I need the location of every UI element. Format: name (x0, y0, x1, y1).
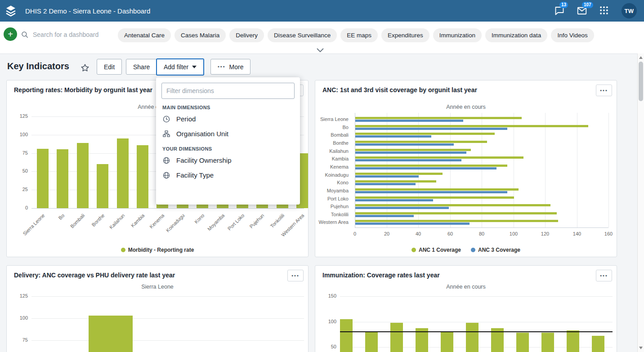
dashboard-chip[interactable]: Expenditures (381, 28, 429, 42)
dhis2-logo[interactable] (0, 0, 22, 22)
org-unit-tree-icon (162, 130, 170, 138)
bar (57, 149, 68, 208)
category-label: Kono (315, 180, 349, 185)
header-bar: DHIS 2 Demo - Sierra Leone - Dashboard 1… (0, 0, 644, 22)
dimension-item-facility-ownership[interactable]: Facility Ownership (156, 153, 300, 168)
scrollbar-down-arrow-icon[interactable] (639, 347, 643, 349)
y-axis-label: 75 (7, 150, 28, 156)
new-dashboard-button[interactable]: + (4, 27, 17, 41)
dimension-item-facility-type[interactable]: Facility Type (156, 168, 300, 183)
x-axis-label: Port Loko (210, 213, 245, 248)
scrollbar-up-arrow-icon[interactable] (639, 56, 643, 59)
y-axis-label: 25 (7, 187, 28, 192)
bar (355, 165, 507, 167)
y-axis-label: 125 (7, 293, 28, 299)
category-label: Tonkolili (315, 212, 349, 217)
dimension-globe-icon (162, 171, 170, 179)
messages-icon[interactable]: 13 (554, 5, 565, 16)
y-axis-label: 75 (7, 337, 28, 343)
target-line (340, 331, 613, 332)
category-label: Bombali (315, 132, 349, 138)
card-immunization: Immunization: Coverage rates last year •… (315, 265, 617, 352)
add-filter-button[interactable]: Add filter (156, 58, 204, 76)
add-filter-dropdown: MAIN DIMENSIONS Period Organisation Unit… (156, 77, 300, 205)
category-label: Moyamba (315, 188, 349, 193)
gridline (355, 113, 355, 227)
mail-icon[interactable]: 107 (577, 5, 587, 16)
y-axis-label: 100 (315, 319, 336, 324)
y-axis-label: 150 (315, 293, 336, 299)
legend-item[interactable]: Morbidity - Reporting rate (121, 247, 194, 253)
gridline (31, 296, 304, 297)
dimension-item-organisation-unit[interactable]: Organisation Unit (156, 126, 300, 141)
dimension-item-period[interactable]: Period (156, 111, 300, 126)
bar (355, 191, 507, 193)
category-label: Kailahun (315, 148, 349, 154)
bar (567, 330, 579, 352)
x-axis-label: Western Area (269, 213, 305, 248)
card-anc-coverage: ANC: 1st and 3rd visit coverage by orgun… (315, 80, 617, 257)
chart-area: 75100125 (7, 266, 308, 352)
card-more-button[interactable]: ••• (596, 270, 612, 281)
star-dashboard-button[interactable] (80, 63, 90, 74)
bar (390, 323, 403, 352)
scrollbar-thumb[interactable] (639, 62, 643, 101)
user-avatar[interactable]: TW (622, 3, 637, 18)
dashboard-chip[interactable]: Delivery (229, 28, 264, 42)
gridline (450, 113, 451, 227)
add-filter-button-label: Add filter (164, 63, 188, 71)
category-label: Western Area (315, 219, 349, 225)
bar (355, 207, 449, 209)
bar (97, 164, 108, 208)
x-axis-label: Bo (30, 213, 65, 248)
dashboard-search-input[interactable] (32, 31, 112, 39)
edit-button[interactable]: Edit (97, 59, 122, 75)
layers-logo-icon (4, 4, 18, 18)
dashboard-chip[interactable]: Cases Malaria (174, 28, 226, 42)
dashboard-chip[interactable]: Info Videos (551, 28, 594, 42)
x-axis-label: 140 (570, 231, 584, 236)
bar (355, 196, 514, 199)
dimension-item-label: Facility Type (176, 171, 214, 179)
dashboard-chip[interactable]: Immunization (433, 28, 482, 42)
card-more-button[interactable]: ••• (596, 85, 612, 96)
ellipsis-icon: ••• (600, 273, 608, 278)
dashboard-chip[interactable]: Disease Surveillance (268, 28, 337, 42)
dashboard-chip[interactable]: Antenatal Care (118, 28, 171, 42)
edit-button-label: Edit (104, 63, 115, 71)
bar (117, 138, 129, 208)
expand-dashboards-chevron-icon[interactable] (316, 46, 325, 54)
category-label: Koinadugu (315, 172, 349, 178)
bar (37, 149, 49, 208)
bar (355, 159, 461, 161)
legend-label: ANC 1 Coverage (419, 247, 461, 253)
dimension-item-label: Facility Ownership (176, 156, 232, 164)
vertical-scrollbar[interactable] (637, 53, 644, 352)
y-axis-label: 100 (7, 132, 28, 137)
apps-grid-icon[interactable] (599, 5, 610, 16)
gridline (577, 113, 577, 227)
x-axis-label: Kambia (110, 213, 145, 248)
legend-swatch (121, 248, 125, 252)
legend-item[interactable]: ANC 3 Coverage (471, 247, 520, 253)
search-icon (21, 31, 29, 39)
dashboard-chip[interactable]: Immunization data (485, 28, 547, 42)
card-more-button[interactable]: ••• (287, 270, 304, 281)
more-button[interactable]: ••• More (210, 59, 250, 75)
your-dimensions-header: YOUR DIMENSIONS (162, 146, 294, 151)
grid-dots-icon (599, 5, 609, 15)
main-dimensions-header: MAIN DIMENSIONS (162, 105, 294, 110)
bar (355, 199, 433, 201)
bar (355, 167, 496, 169)
legend-swatch (471, 248, 475, 252)
bar (355, 212, 557, 214)
x-axis-label: 40 (411, 231, 425, 236)
bar (77, 143, 89, 208)
dashboard-title: Key Indicators (7, 61, 69, 71)
dashboard-chip[interactable]: EE maps (340, 28, 378, 42)
share-button[interactable]: Share (126, 59, 157, 75)
bar (355, 143, 454, 146)
filter-dimensions-input[interactable] (161, 83, 295, 99)
legend-item[interactable]: ANC 1 Coverage (411, 247, 461, 253)
legend-label: ANC 3 Coverage (478, 247, 520, 253)
